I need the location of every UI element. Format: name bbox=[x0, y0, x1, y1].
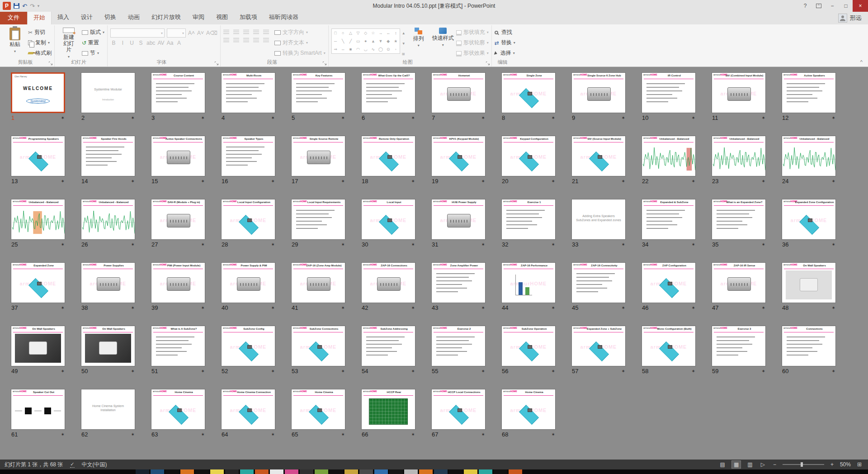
font-style-aa-button[interactable]: Aa bbox=[167, 40, 174, 46]
transition-star-icon[interactable]: ✶ bbox=[481, 115, 485, 120]
slide-thumbnail[interactable]: armourHOMESpeaker Fire Hoods bbox=[81, 136, 135, 176]
quick-styles-button[interactable]: 快速样式▾ bbox=[432, 27, 454, 59]
taskbar-window[interactable] bbox=[300, 469, 313, 474]
taskbar-window[interactable] bbox=[180, 469, 194, 474]
shape-icon[interactable]: ▲ bbox=[371, 39, 375, 43]
shape-icon[interactable]: ◯ bbox=[378, 47, 383, 52]
shape-icon[interactable]: ○ bbox=[342, 31, 344, 35]
slide-thumbnail[interactable]: armourHOMEUnbalanced - Balanced bbox=[642, 136, 696, 176]
transition-star-icon[interactable]: ✶ bbox=[832, 369, 835, 374]
grow-font-button[interactable]: A˄ bbox=[188, 30, 195, 36]
shape-icon[interactable]: ∿ bbox=[372, 47, 375, 52]
tab-开始[interactable]: 开始 bbox=[27, 11, 52, 24]
slide-thumbnail[interactable]: armourHOMEZAP-16 PerformancearmourHOME bbox=[501, 262, 556, 303]
tab-动画[interactable]: 动画 bbox=[122, 11, 146, 24]
shape-icon[interactable]: ↔ bbox=[386, 31, 390, 35]
font-style-av-button[interactable]: AV bbox=[157, 40, 164, 46]
taskbar-window[interactable] bbox=[225, 469, 239, 474]
taskbar-window[interactable] bbox=[151, 469, 164, 474]
font-style-i-button[interactable]: I bbox=[119, 40, 126, 46]
transition-star-icon[interactable]: ✶ bbox=[341, 242, 345, 247]
text-direction-button[interactable]: 文字方向▾ bbox=[274, 28, 326, 37]
transition-star-icon[interactable]: ✶ bbox=[832, 242, 835, 247]
transition-star-icon[interactable]: ✶ bbox=[201, 115, 205, 120]
font-style-b-button[interactable]: B bbox=[110, 40, 117, 46]
slide-thumbnail[interactable]: armourHOMEWhat is A SubZone? bbox=[151, 326, 205, 366]
shape-icon[interactable]: ☆ bbox=[371, 31, 375, 35]
taskbar-window[interactable] bbox=[389, 469, 403, 474]
slide-thumbnail[interactable]: armourHOMEZAP-16 Connectivity bbox=[571, 262, 626, 303]
taskbar-window[interactable] bbox=[404, 469, 418, 474]
slide-thumbnail[interactable]: armourHOMEOn Wall Speakers bbox=[11, 326, 65, 366]
dialog-launcher-icon[interactable] bbox=[486, 61, 490, 65]
font-name-combo[interactable]: ▾ bbox=[110, 28, 165, 38]
transition-star-icon[interactable]: ✶ bbox=[552, 115, 555, 120]
transition-star-icon[interactable]: ✶ bbox=[61, 369, 65, 374]
slide-thumbnail[interactable]: armourHOMESubZone OperationarmourHOME bbox=[501, 326, 556, 366]
transition-star-icon[interactable]: ✶ bbox=[622, 115, 625, 120]
transition-star-icon[interactable]: ✶ bbox=[481, 242, 485, 247]
transition-star-icon[interactable]: ✶ bbox=[622, 242, 625, 247]
slide-thumbnail[interactable]: armourHOMEZAP-16 ConnectionsarmourHOME bbox=[361, 262, 415, 303]
transition-star-icon[interactable]: ✶ bbox=[61, 179, 65, 184]
zoom-slider[interactable] bbox=[783, 464, 824, 465]
slide-thumbnail[interactable]: armourHOMESIV (Combined Input Module)arm… bbox=[712, 72, 766, 113]
align-text-button[interactable]: 对齐文本▾ bbox=[274, 38, 326, 47]
account-area[interactable]: 邢远 bbox=[838, 14, 868, 24]
zoom-slider-thumb[interactable] bbox=[801, 462, 803, 467]
maximize-button[interactable]: □ bbox=[839, 0, 853, 12]
taskbar-window[interactable] bbox=[359, 469, 373, 474]
slide-thumbnail[interactable]: armourHOMEUnbalanced - Balanced bbox=[81, 199, 135, 240]
font-style-s-button[interactable]: S bbox=[137, 40, 144, 46]
normal-view-button[interactable]: ▤ bbox=[718, 461, 727, 468]
justify-button[interactable] bbox=[253, 38, 259, 42]
tab-file[interactable]: 文件 bbox=[0, 11, 27, 24]
fit-to-window-button[interactable]: ⊞ bbox=[855, 461, 863, 468]
slide-thumbnail[interactable]: armourHOMEActive Speakers bbox=[782, 72, 836, 113]
transition-star-icon[interactable]: ✶ bbox=[552, 179, 555, 184]
slide-thumbnail[interactable]: armourHOMEZAP ConfigurationarmourHOME bbox=[642, 262, 696, 303]
slide-thumbnail[interactable]: armourHOMEKey Features bbox=[291, 72, 345, 113]
slide-thumbnail[interactable]: armourHOMELocal InputarmourHOME bbox=[361, 199, 415, 240]
shape-icon[interactable]: ◇ bbox=[364, 31, 367, 35]
transition-star-icon[interactable]: ✶ bbox=[271, 242, 275, 247]
shape-icon[interactable]: ↕ bbox=[395, 31, 397, 35]
slide-thumbnail[interactable]: armourHOMEExercise 2 bbox=[431, 326, 486, 366]
transition-star-icon[interactable]: ✶ bbox=[692, 115, 695, 120]
bullets-button[interactable] bbox=[223, 29, 229, 34]
shape-icon[interactable]: → bbox=[379, 31, 383, 35]
transition-star-icon[interactable]: ✶ bbox=[481, 369, 485, 374]
transition-star-icon[interactable]: ✶ bbox=[832, 115, 835, 120]
copy-button[interactable]: 复制▾ bbox=[28, 38, 52, 47]
close-button[interactable]: × bbox=[853, 0, 868, 12]
align-right-button[interactable] bbox=[243, 38, 249, 42]
transition-star-icon[interactable]: ✶ bbox=[271, 305, 275, 310]
taskbar-window[interactable] bbox=[285, 469, 298, 474]
shape-icon[interactable]: ◡ bbox=[364, 47, 368, 52]
taskbar-window[interactable] bbox=[434, 469, 448, 474]
transition-star-icon[interactable]: ✶ bbox=[762, 115, 765, 120]
transition-star-icon[interactable]: ✶ bbox=[131, 179, 135, 184]
transition-star-icon[interactable]: ✶ bbox=[411, 305, 415, 310]
cut-button[interactable]: ✂剪切 bbox=[28, 28, 52, 37]
transition-star-icon[interactable]: ✶ bbox=[481, 305, 485, 310]
slide-thumbnail[interactable]: Adding Extra Speakers SubZones and Expan… bbox=[571, 199, 626, 240]
tab-设计[interactable]: 设计 bbox=[75, 11, 99, 24]
transition-star-icon[interactable]: ✶ bbox=[341, 179, 345, 184]
slide-thumbnail[interactable]: armourHOMEKPV1 (Keypad Module)armourHOME bbox=[431, 136, 486, 176]
slide-thumbnail[interactable]: armourHOMEZAP-16 (Zone Amp Module)armour… bbox=[291, 262, 345, 303]
slide-thumbnail[interactable]: armourHOMEOn Wall Speakers bbox=[782, 262, 836, 303]
slide-thumbnail[interactable]: armourHOMEHomenetarmourHOME bbox=[431, 72, 486, 113]
collapse-ribbon-button[interactable]: ^ bbox=[860, 59, 863, 65]
dialog-launcher-icon[interactable] bbox=[214, 61, 219, 65]
slide-thumbnail[interactable]: armourHOMEUnbalanced - Balanced bbox=[782, 136, 836, 176]
section-button[interactable]: 节▾ bbox=[82, 49, 104, 57]
redo-icon[interactable]: ↷ bbox=[30, 3, 35, 9]
language-indicator[interactable]: 中文(中国) bbox=[82, 461, 107, 469]
slide-thumbnail[interactable]: armourHOMEHome CinemaarmourHOME bbox=[151, 389, 205, 430]
shape-icon[interactable]: ▭ bbox=[356, 39, 360, 43]
spell-check-icon[interactable]: ✓ bbox=[70, 461, 74, 468]
transition-star-icon[interactable]: ✶ bbox=[552, 369, 555, 374]
shape-icon[interactable]: ■ bbox=[349, 47, 352, 52]
shape-icon[interactable]: ─ bbox=[334, 39, 337, 43]
